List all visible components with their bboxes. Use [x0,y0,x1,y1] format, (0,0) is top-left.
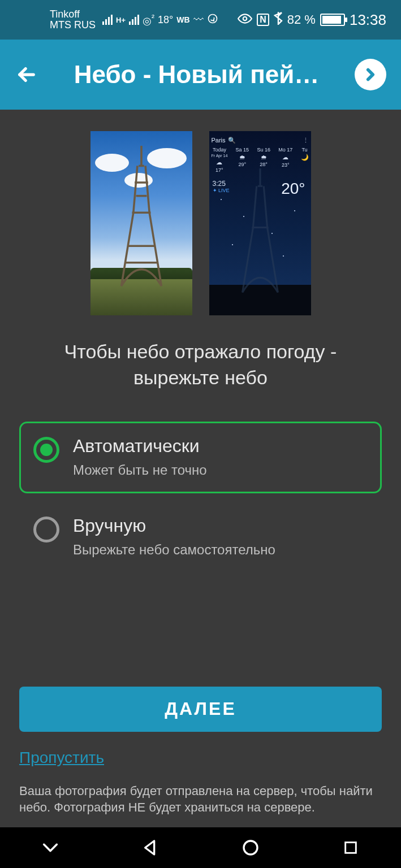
next-button-label: ДАЛЕЕ [165,698,236,719]
menu-icon: ⋮ [303,137,309,144]
system-nav-bar [0,827,401,868]
preview-now-time: 3:25 [213,180,230,188]
preview-day [90,131,192,315]
option-title: Автоматически [73,436,207,457]
nav-recent[interactable] [339,836,362,859]
forward-button[interactable] [355,59,386,90]
eiffel-tower-icon [107,146,175,293]
preview-thumbnails: Paris 🔍 ⋮ TodayFr Apr 14☁17° Sa 15🌧29° S… [19,131,382,315]
carrier-2: MTS RUS [50,20,96,31]
instruction-text: Чтобы небо отражало погоду - вырежьте не… [19,339,382,391]
page-title: Небо - Новый пей… [38,60,355,89]
preview-live-badge: ✦ LIVE [213,188,230,194]
wave-icon: 〰 [193,14,204,26]
svg-point-1 [243,17,247,21]
clock: 13:38 [350,11,386,29]
forecast-row: TodayFr Apr 14☁17° Sa 15🌧29° Su 16🌧28° M… [212,147,309,173]
carrier-1: Tinkoff [50,9,96,20]
radio-unselected-icon [33,517,59,542]
option-subtitle: Вырежьте небо самостоятельно [73,542,275,558]
svg-rect-3 [346,843,356,853]
option-manual[interactable]: Вручную Вырежьте небо самостоятельно [19,501,382,573]
signal-icon [102,15,113,25]
skip-link[interactable]: Пропустить [19,749,104,767]
option-subtitle: Может быть не точно [73,462,207,478]
back-button[interactable] [15,63,38,86]
nav-home[interactable] [239,836,262,859]
battery-icon [320,14,345,26]
outdoor-temp: 18° [158,14,173,26]
air-icon: ◎² [143,12,154,27]
preview-now-temp: 20° [281,180,305,198]
hplus-icon: H+ [116,16,126,24]
signal-icon-2 [129,15,139,25]
app-bar: Небо - Новый пей… [0,40,401,110]
status-bar: Tinkoff MTS RUS H+ ◎² 18° WB 〰 N 82 % [0,0,401,40]
svg-point-0 [208,14,217,23]
battery-pct: 82 % [287,12,316,27]
privacy-footnote: Ваша фотография будет отправлена на серв… [19,783,382,827]
nav-hide-keyboard[interactable] [39,836,62,859]
search-icon: 🔍 [228,137,236,144]
whatsapp-icon [207,13,218,27]
bluetooth-icon [274,11,283,28]
preview-night: Paris 🔍 ⋮ TodayFr Apr 14☁17° Sa 15🌧29° S… [209,131,311,315]
nav-back[interactable] [139,836,162,859]
wb-label: WB [176,15,189,24]
nfc-icon: N [257,14,269,26]
radio-selected-icon [33,437,59,463]
option-title: Вручную [73,515,275,536]
preview-city: Paris [212,137,226,144]
svg-point-2 [244,841,257,854]
eye-icon [238,12,252,27]
option-automatic[interactable]: Автоматически Может быть не точно [19,422,382,493]
next-button[interactable]: ДАЛЕЕ [19,687,382,732]
